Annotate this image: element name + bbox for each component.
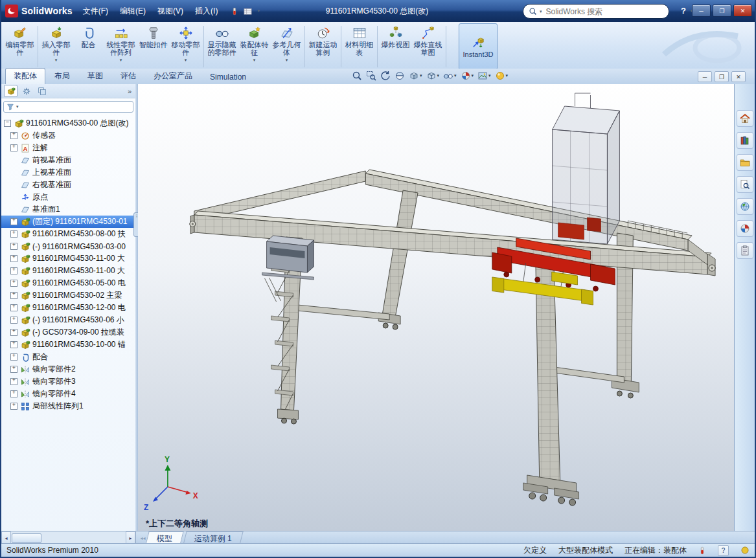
hide-show-items-button[interactable]: ▾: [442, 71, 457, 81]
custom-properties-tab[interactable]: [737, 242, 753, 259]
view-settings-button[interactable]: ▾: [494, 71, 509, 81]
tree-item-component[interactable]: +911601RMG4530-02 主梁: [1, 289, 135, 302]
search-tab[interactable]: [737, 176, 753, 193]
expand-icon[interactable]: +: [10, 267, 17, 274]
tree-item-local-pattern[interactable]: +局部线性阵列1: [1, 400, 135, 412]
expand-icon[interactable]: +: [10, 292, 17, 299]
collapse-icon[interactable]: −: [4, 120, 11, 127]
expand-icon[interactable]: +: [10, 230, 17, 238]
menu-edit[interactable]: 编辑(E): [115, 4, 151, 19]
expand-icon[interactable]: +: [10, 366, 17, 373]
tree-root[interactable]: − 911601RMG4530-00 总图(改): [1, 117, 135, 129]
tab-layout[interactable]: 布局: [46, 68, 78, 84]
tree-item-front-plane[interactable]: 前视基准面: [1, 154, 135, 166]
tree-item-component[interactable]: +911601RMG4530-12-00 电: [1, 302, 135, 314]
linear-component-pattern-button[interactable]: 线性零部件阵列 ▾: [105, 23, 137, 70]
expand-icon[interactable]: +: [10, 255, 17, 262]
tree-item-component[interactable]: +911601RMG4530-08-00 扶: [1, 228, 135, 240]
graphics-viewport[interactable]: Y X Z *上下二等角轴测: [138, 84, 737, 531]
edit-appearance-button[interactable]: ▾: [460, 71, 475, 81]
doc-restore-button[interactable]: ❐: [715, 71, 729, 82]
expand-icon[interactable]: +: [10, 378, 17, 385]
expand-icon[interactable]: +: [10, 144, 17, 151]
expand-icon[interactable]: +: [10, 353, 17, 361]
menu-view[interactable]: 视图(V): [152, 4, 189, 19]
tree-item-component[interactable]: +911601RMG4530-11-00 大: [1, 265, 135, 277]
new-motion-study-button[interactable]: 新建运动算例: [307, 23, 339, 70]
explode-line-sketch-button[interactable]: 爆炸直线草图: [412, 23, 444, 70]
view-palette-tab[interactable]: [737, 198, 753, 215]
search-scope-caret-icon[interactable]: ▾: [540, 9, 542, 14]
section-view-button[interactable]: [394, 71, 406, 81]
tree-item-component[interactable]: +911601RMG4530-10-00 锚: [1, 339, 135, 351]
expand-icon[interactable]: +: [10, 218, 17, 225]
property-manager-tab[interactable]: [19, 85, 33, 97]
tree-item-mirror-component[interactable]: +镜向零部件3: [1, 375, 135, 388]
doc-minimize-button[interactable]: ─: [698, 71, 712, 82]
expand-icon[interactable]: +: [10, 329, 17, 336]
search-input[interactable]: [545, 6, 663, 17]
panel-overflow-button[interactable]: »: [128, 87, 133, 95]
minimize-button[interactable]: ─: [692, 5, 711, 17]
tree-item-mates[interactable]: +配合: [1, 351, 135, 363]
expand-icon[interactable]: +: [10, 243, 17, 250]
display-style-button[interactable]: ▾: [426, 71, 441, 81]
tab-simulation[interactable]: Simulation: [201, 70, 255, 84]
expand-icon[interactable]: +: [10, 132, 17, 139]
mate-button[interactable]: 配合: [73, 23, 104, 70]
search-box[interactable]: ▾: [523, 4, 669, 19]
expand-icon[interactable]: +: [10, 390, 17, 397]
help-button[interactable]: ?: [681, 6, 686, 16]
tree-item-mirror-component[interactable]: +镜向零部件2: [1, 363, 135, 375]
expand-icon[interactable]: +: [10, 403, 17, 410]
scrollbar-thumb[interactable]: [12, 533, 41, 543]
gantry-crane-model[interactable]: Y X Z: [138, 84, 737, 531]
tree-item-mirror-component[interactable]: +镜向零部件4: [1, 388, 135, 400]
edit-component-button[interactable]: 编辑零部件: [4, 23, 36, 70]
zoom-to-area-button[interactable]: [365, 71, 377, 81]
tree-item-plane1[interactable]: 基准面1: [1, 203, 135, 216]
menu-insert[interactable]: 插入(I): [190, 4, 223, 19]
show-hidden-components-button[interactable]: 显示隐藏的零部件: [206, 23, 238, 70]
configuration-manager-tab[interactable]: [35, 85, 49, 97]
tab-sketch[interactable]: 草图: [79, 68, 111, 84]
tree-item-component[interactable]: +(-) 911601RMG4530-06 小: [1, 314, 135, 326]
tree-item-component[interactable]: +(-) GCS0734-09-00 拉缆装: [1, 326, 135, 339]
quick-tip-help-button[interactable]: ?: [718, 545, 729, 556]
reference-geometry-button[interactable]: 参考几何体 ▾: [271, 23, 303, 70]
tree-filter-input[interactable]: ▾: [3, 101, 133, 113]
feature-manager-tab[interactable]: [4, 85, 17, 97]
zoom-to-fit-button[interactable]: [351, 71, 363, 81]
tree-item-sensors[interactable]: +传感器: [1, 129, 135, 142]
solidworks-resources-tab[interactable]: [737, 110, 753, 127]
tab-office-products[interactable]: 办公室产品: [145, 68, 201, 84]
instant3d-button[interactable]: Instant3D: [459, 23, 498, 70]
view-orientation-button[interactable]: ▾: [408, 71, 423, 81]
tree-item-component[interactable]: +911601RMG4530-05-00 电: [1, 277, 135, 289]
smart-fasteners-button[interactable]: 智能扣件: [137, 23, 169, 70]
tab-assembly[interactable]: 装配体: [5, 68, 45, 84]
performance-gauge-icon[interactable]: [698, 546, 706, 555]
maximize-button[interactable]: ❐: [713, 5, 731, 17]
design-library-tab[interactable]: [737, 132, 753, 149]
tree-item-top-plane[interactable]: 上视基准面: [1, 166, 135, 179]
tree-item-annotations[interactable]: +注解: [1, 142, 135, 154]
move-component-button[interactable]: 移动零部件 ▾: [170, 23, 201, 70]
file-explorer-tab[interactable]: [737, 154, 753, 171]
tab-evaluate[interactable]: 评估: [112, 68, 144, 84]
expand-icon[interactable]: +: [10, 304, 17, 311]
tree-item-component[interactable]: +911601RMG4530-11-00 大: [1, 252, 135, 265]
insert-component-button[interactable]: 插入零部件 ▾: [40, 23, 72, 70]
assembly-features-button[interactable]: 装配体特征 ▾: [238, 23, 270, 70]
appearances-scenes-tab[interactable]: [737, 220, 753, 237]
bill-of-materials-button[interactable]: 材料明细表: [343, 23, 375, 70]
apply-scene-button[interactable]: ▾: [477, 71, 492, 81]
expand-icon[interactable]: +: [10, 280, 17, 287]
expand-icon[interactable]: +: [10, 317, 17, 324]
chevron-down-icon[interactable]: ▾: [257, 8, 260, 14]
doc-close-button[interactable]: ✕: [731, 71, 746, 82]
exploded-view-button[interactable]: 爆炸视图: [380, 23, 411, 70]
expand-icon[interactable]: +: [10, 341, 17, 348]
previous-view-button[interactable]: [380, 71, 391, 81]
tree-item-component[interactable]: +(-) 911601RMG4530-03-00: [1, 240, 135, 252]
